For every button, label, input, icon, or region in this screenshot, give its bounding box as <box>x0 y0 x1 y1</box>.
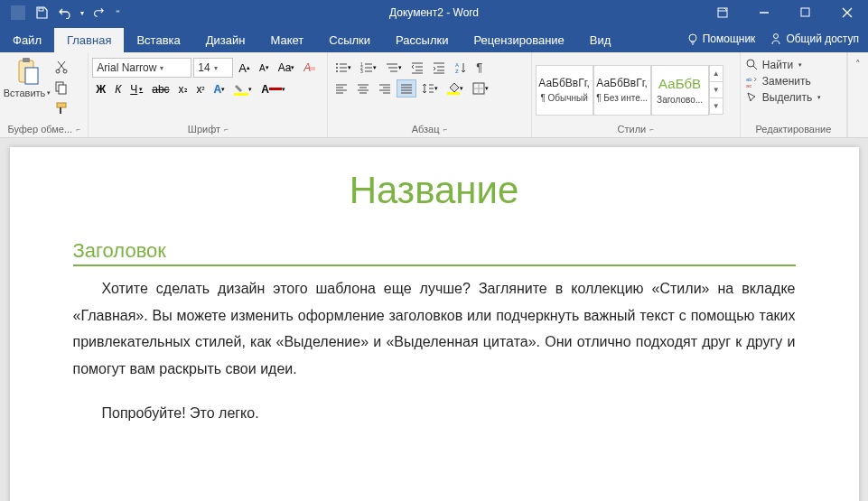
group-clipboard: Вставить▾ Буфер обме...⌐ <box>0 52 89 137</box>
sort-icon: AZ <box>454 61 467 74</box>
italic-button[interactable]: К <box>111 80 125 98</box>
justify-button[interactable] <box>397 79 416 97</box>
styles-down-button[interactable]: ▼ <box>710 82 723 98</box>
tab-design[interactable]: Дизайн <box>193 28 258 52</box>
format-painter-button[interactable] <box>51 98 72 118</box>
subscript-button[interactable]: x₂ <box>175 80 191 98</box>
paste-button[interactable]: Вставить▾ <box>4 55 51 100</box>
clear-format-button[interactable]: A <box>300 59 320 77</box>
doc-paragraph-1[interactable]: Хотите сделать дизайн этого шаблона еще … <box>73 275 796 382</box>
dialog-launcher-icon[interactable]: ⌐ <box>649 125 654 134</box>
svg-rect-1 <box>39 8 43 11</box>
shading-button[interactable]: ▾ <box>443 79 467 97</box>
text-effects-button[interactable]: A▾ <box>210 80 229 98</box>
window-title: Документ2 - Word <box>389 6 479 19</box>
style-normal[interactable]: АаБбВвГг,¶ Обычный <box>536 65 593 116</box>
align-left-button[interactable] <box>331 79 351 97</box>
align-right-button[interactable] <box>375 79 395 97</box>
svg-rect-8 <box>25 68 38 84</box>
ribbon-display-options[interactable] <box>702 0 743 25</box>
dialog-launcher-icon[interactable]: ⌐ <box>224 125 229 134</box>
sort-button[interactable]: AZ <box>451 59 471 77</box>
svg-text:ab: ab <box>746 77 752 82</box>
bullets-button[interactable]: ▾ <box>331 59 355 77</box>
styles-pager: ▲ ▼ ▼ <box>709 65 723 115</box>
page[interactable]: Название Заголовок Хотите сделать дизайн… <box>10 147 859 501</box>
tab-mailings[interactable]: Рассылки <box>383 28 461 52</box>
justify-icon <box>400 82 413 95</box>
font-name-combo[interactable]: Arial Narrow▾ <box>92 58 191 78</box>
tab-view[interactable]: Вид <box>577 28 624 52</box>
brush-icon <box>54 101 69 116</box>
copy-button[interactable] <box>51 78 72 97</box>
svg-point-18 <box>336 67 338 69</box>
decrease-indent-button[interactable] <box>407 59 427 77</box>
dialog-launcher-icon[interactable]: ⌐ <box>76 125 80 134</box>
undo-dropdown[interactable]: ▾ <box>78 2 87 23</box>
font-size-combo[interactable]: 14▾ <box>193 58 233 78</box>
word-icon <box>7 2 29 23</box>
bold-button[interactable]: Ж <box>92 80 109 98</box>
eraser-icon <box>309 64 316 71</box>
shrink-font-button[interactable]: A▾ <box>256 60 273 76</box>
ribbon: Вставить▾ Буфер обме...⌐ Arial Narrow▾ 1… <box>0 52 868 138</box>
tab-insert[interactable]: Вставка <box>124 28 192 52</box>
cut-button[interactable] <box>51 57 72 77</box>
show-marks-button[interactable]: ¶ <box>472 58 486 77</box>
tab-file[interactable]: Файл <box>0 28 54 52</box>
copy-icon <box>54 80 69 95</box>
window-controls <box>702 0 868 25</box>
titlebar: ▾ ⁼ Документ2 - Word <box>0 0 868 25</box>
qat-customize[interactable]: ⁼ <box>112 2 123 23</box>
align-center-button[interactable] <box>353 79 373 97</box>
highlight-icon <box>234 83 248 96</box>
lightbulb-icon <box>686 32 699 45</box>
style-heading1[interactable]: АаБбВЗаголово... <box>651 65 709 116</box>
tell-me[interactable]: Помощник <box>686 32 756 45</box>
svg-rect-15 <box>234 93 248 96</box>
minimize-button[interactable] <box>743 0 785 25</box>
change-case-button[interactable]: Aa▾ <box>275 59 299 77</box>
svg-point-5 <box>774 34 779 39</box>
save-button[interactable] <box>31 2 52 23</box>
strike-button[interactable]: abc <box>148 80 173 98</box>
ribbon-tabs: Файл Главная Вставка Дизайн Макет Ссылки… <box>0 25 868 52</box>
maximize-button[interactable] <box>785 0 826 25</box>
replace-button[interactable]: abacЗаменить <box>744 74 813 88</box>
quick-access-toolbar: ▾ ⁼ <box>0 2 123 23</box>
borders-icon <box>472 82 485 95</box>
numbering-button[interactable]: 123▾ <box>357 59 380 77</box>
undo-button[interactable] <box>54 2 76 23</box>
select-button[interactable]: Выделить▾ <box>744 90 823 105</box>
dialog-launcher-icon[interactable]: ⌐ <box>443 125 448 134</box>
group-editing: Найти▾ abacЗаменить Выделить▾ Редактиров… <box>741 52 847 137</box>
close-button[interactable] <box>826 0 868 25</box>
tab-layout[interactable]: Макет <box>257 28 316 52</box>
tab-references[interactable]: Ссылки <box>316 28 383 52</box>
font-color-button[interactable]: A▾ <box>257 80 289 98</box>
tab-home[interactable]: Главная <box>54 28 124 52</box>
collapse-ribbon-button[interactable]: ˄ <box>852 56 864 73</box>
doc-heading[interactable]: Заголовок <box>73 239 796 266</box>
tab-review[interactable]: Рецензирование <box>461 28 576 52</box>
doc-paragraph-2[interactable]: Попробуйте! Это легко. <box>73 400 796 427</box>
doc-title[interactable]: Название <box>73 169 796 212</box>
highlight-button[interactable]: ▾ <box>230 80 256 98</box>
style-no-spacing[interactable]: АаБбВвГг,¶ Без инте... <box>593 65 651 116</box>
styles-expand-button[interactable]: ▼ <box>710 98 723 114</box>
borders-button[interactable]: ▾ <box>469 79 492 97</box>
redo-button[interactable] <box>89 2 110 23</box>
svg-point-4 <box>689 34 696 42</box>
multilevel-button[interactable]: ▾ <box>382 59 406 77</box>
underline-button[interactable]: Ч▾ <box>126 80 146 98</box>
styles-up-button[interactable]: ▲ <box>710 66 723 82</box>
document-area[interactable]: Название Заголовок Хотите сделать дизайн… <box>0 138 868 501</box>
line-spacing-button[interactable]: ▾ <box>418 79 442 97</box>
find-button[interactable]: Найти▾ <box>744 58 804 72</box>
svg-rect-13 <box>57 103 66 107</box>
share-button[interactable]: Общий доступ <box>770 32 859 45</box>
align-right-icon <box>378 82 391 95</box>
grow-font-button[interactable]: A▴ <box>235 59 254 78</box>
increase-indent-button[interactable] <box>429 59 449 77</box>
superscript-button[interactable]: x² <box>193 80 209 98</box>
